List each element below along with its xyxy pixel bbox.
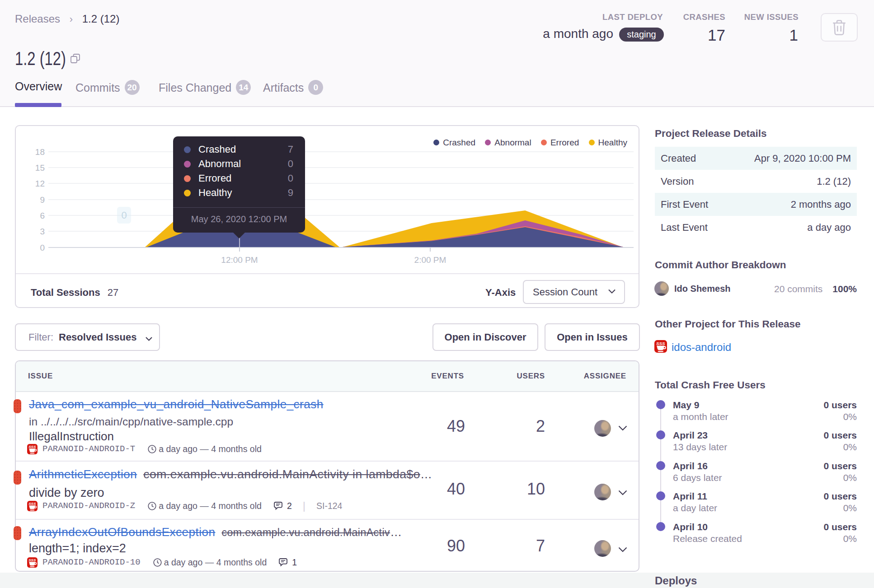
svg-text:SSS: SSS [28, 558, 36, 562]
svg-text:6: 6 [40, 211, 45, 220]
svg-text:SSS: SSS [28, 502, 36, 506]
svg-text:2:00 PM: 2:00 PM [414, 255, 446, 265]
svg-text:12: 12 [35, 179, 45, 188]
svg-text:12:00 PM: 12:00 PM [221, 255, 258, 265]
svg-text:0: 0 [40, 243, 45, 252]
svg-text:3: 3 [40, 227, 45, 236]
svg-text:SSS: SSS [656, 341, 665, 346]
svg-text:9: 9 [40, 195, 45, 205]
svg-text:SSS: SSS [28, 445, 36, 449]
svg-text:15: 15 [35, 163, 45, 173]
svg-text:18: 18 [35, 147, 45, 157]
